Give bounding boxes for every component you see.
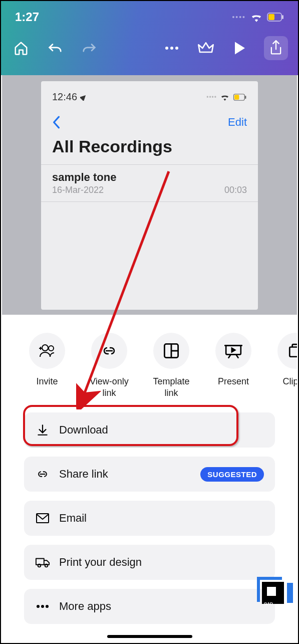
download-label: Download	[59, 423, 264, 437]
recording-item[interactable]: sample tone 16-Mar-2022 00:03	[41, 165, 258, 201]
options-list: Download Share link SUGGESTED Email Prin…	[2, 398, 297, 624]
template-link-label: Template link	[149, 376, 193, 398]
download-icon	[35, 423, 50, 437]
email-option[interactable]: Email	[24, 501, 275, 536]
status-bar: 1:27 ••••	[1, 1, 298, 24]
app-header-bg: 1:27 ••••	[1, 1, 298, 75]
suggested-badge: SUGGESTED	[200, 467, 264, 482]
print-option[interactable]: Print your design	[24, 545, 275, 580]
present-label: Present	[218, 376, 249, 387]
view-only-link-label: View-only link	[87, 376, 131, 398]
home-indicator[interactable]	[107, 635, 192, 638]
template-icon	[153, 333, 189, 369]
svg-point-32	[46, 605, 49, 608]
inner-status-time: 12:46	[52, 91, 87, 103]
svg-point-9	[42, 345, 48, 351]
svg-rect-1	[268, 14, 274, 20]
redo-button[interactable]	[79, 38, 99, 58]
svg-point-29	[45, 564, 48, 567]
recordings-title: All Recordings	[41, 134, 258, 164]
inner-status-bar: 12:46 ••••	[41, 91, 258, 103]
clipboard-option[interactable]: Clipbo	[273, 333, 297, 398]
app-toolbar	[1, 24, 298, 60]
svg-point-30	[37, 605, 40, 608]
svg-point-4	[170, 47, 173, 50]
print-label: Print your design	[59, 556, 264, 569]
recording-duration: 00:03	[224, 185, 247, 195]
present-option[interactable]: Present	[211, 333, 255, 398]
clipboard-label: Clipbo	[282, 376, 297, 387]
back-chevron-icon[interactable]	[52, 116, 60, 129]
undo-button[interactable]	[45, 38, 65, 58]
share-link-option[interactable]: Share link SUGGESTED	[24, 457, 275, 492]
more-apps-label: More apps	[59, 600, 264, 613]
svg-rect-22	[289, 347, 297, 357]
invite-icon	[29, 333, 65, 369]
more-apps-option[interactable]: More apps	[24, 589, 275, 624]
watermark: GAD	[262, 582, 293, 604]
svg-point-3	[165, 47, 168, 50]
divider	[41, 201, 258, 202]
invite-label: Invite	[36, 376, 58, 387]
share-row[interactable]: Invite View-only link Template link Pres…	[2, 330, 297, 398]
download-option[interactable]: Download	[24, 412, 275, 448]
share-link-label: Share link	[59, 468, 191, 481]
wifi-icon	[250, 12, 263, 22]
design-canvas: 12:46 •••• Edit All Recordings sample to…	[41, 81, 258, 310]
link-icon	[91, 333, 127, 369]
svg-rect-27	[36, 559, 44, 565]
link-icon	[35, 470, 50, 479]
home-button[interactable]	[11, 38, 31, 58]
inner-status-icons: ••••	[206, 93, 247, 101]
svg-rect-7	[234, 95, 239, 99]
recording-date: 16-Mar-2022	[52, 185, 104, 195]
more-icon	[35, 604, 50, 608]
view-only-link-option[interactable]: View-only link	[87, 333, 131, 398]
clipboard-icon	[277, 333, 297, 369]
edit-link[interactable]: Edit	[228, 116, 247, 129]
svg-point-10	[49, 346, 54, 351]
share-button[interactable]	[264, 36, 288, 60]
truck-icon	[35, 556, 50, 568]
svg-point-28	[38, 564, 41, 567]
cellular-dots-icon: ••••	[232, 13, 246, 21]
more-button[interactable]	[162, 38, 182, 58]
status-icons: ••••	[232, 12, 284, 22]
email-label: Email	[59, 512, 264, 525]
svg-point-5	[175, 47, 178, 50]
play-button[interactable]	[230, 38, 250, 58]
invite-option[interactable]: Invite	[25, 333, 69, 398]
template-link-option[interactable]: Template link	[149, 333, 193, 398]
svg-rect-8	[245, 95, 246, 98]
email-icon	[35, 513, 50, 524]
present-icon	[215, 333, 251, 369]
status-time: 1:27	[15, 10, 39, 24]
premium-crown-button[interactable]	[196, 38, 216, 58]
recording-name: sample tone	[52, 171, 116, 184]
svg-point-31	[41, 605, 44, 608]
inner-nav: Edit	[41, 103, 258, 134]
svg-rect-2	[282, 15, 283, 19]
battery-icon	[267, 13, 284, 22]
share-sheet: Invite View-only link Template link Pres…	[2, 315, 297, 642]
